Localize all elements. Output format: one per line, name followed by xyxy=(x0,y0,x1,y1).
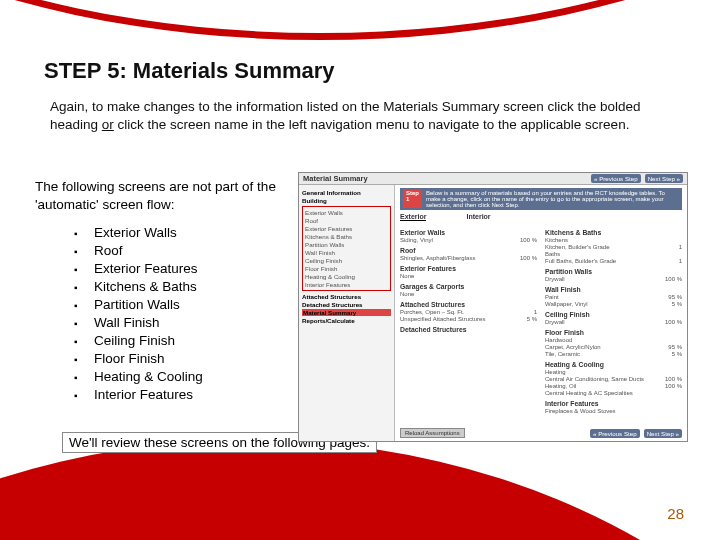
footer-bar: Reload Assumptions « Previous Step Next … xyxy=(400,428,682,438)
row-label: Central Air Conditioning, Same Ducts xyxy=(545,376,644,382)
row-label: None xyxy=(400,273,414,279)
intro-b: click the screen name in the left naviga… xyxy=(114,117,630,132)
screen-list: Exterior Walls Roof Exterior Features Ki… xyxy=(74,222,203,405)
sec-hc[interactable]: Heating & Cooling xyxy=(545,361,682,368)
row-label: Porches, Open – Sq. Ft. xyxy=(400,309,464,315)
prev-step-button[interactable]: « Previous Step xyxy=(591,174,641,183)
prev-step-button-bottom[interactable]: « Previous Step xyxy=(590,429,640,438)
row-label: Drywall xyxy=(545,319,565,325)
row-val: 95 % xyxy=(668,344,682,350)
sidebar-item[interactable]: Exterior Walls xyxy=(305,209,388,216)
row-val: 100 % xyxy=(665,376,682,382)
intro-paragraph: Again, to make changes to the informatio… xyxy=(50,98,650,134)
list-item: Kitchens & Baths xyxy=(74,279,203,294)
row-val: 100 % xyxy=(665,319,682,325)
sec-ext-feat[interactable]: Exterior Features xyxy=(400,265,537,272)
sec-exterior-walls[interactable]: Exterior Walls xyxy=(400,229,537,236)
row-label: Drywall xyxy=(545,276,565,282)
sidebar-item[interactable]: Roof xyxy=(305,217,388,224)
row-val: 1 xyxy=(534,309,537,315)
list-item: Exterior Walls xyxy=(74,225,203,240)
sidebar-item[interactable]: Exterior Features xyxy=(305,225,388,232)
sec-if[interactable]: Interior Features xyxy=(545,400,682,407)
row-label: Fireplaces & Wood Stoves xyxy=(545,408,616,414)
sidebar-item[interactable]: Kitchens & Baths xyxy=(305,233,388,240)
row-val: 5 % xyxy=(527,316,537,322)
row-label: None xyxy=(400,291,414,297)
row-label: Siding, Vinyl xyxy=(400,237,433,243)
sidebar-item[interactable]: Heating & Cooling xyxy=(305,273,388,280)
main-panel: Step 1 Below is a summary of materials b… xyxy=(395,185,687,441)
row-val: 5 % xyxy=(672,351,682,357)
sidebar-item[interactable]: Partition Walls xyxy=(305,241,388,248)
sidebar-general-info[interactable]: General Information xyxy=(302,189,391,196)
tabs: Exterior Interior xyxy=(400,213,682,221)
row-label: Shingles, Asphalt/Fiberglass xyxy=(400,255,475,261)
step-bar: Step 1 Below is a summary of materials b… xyxy=(400,188,682,210)
sidebar-material-summary[interactable]: Material Summary xyxy=(302,309,391,316)
list-item: Partition Walls xyxy=(74,297,203,312)
sec-attached[interactable]: Attached Structures xyxy=(400,301,537,308)
step-text: Below is a summary of materials based on… xyxy=(426,190,679,208)
app-title: Material Summary xyxy=(303,174,368,183)
sidebar-attached[interactable]: Attached Structures xyxy=(302,293,391,300)
sidebar-item[interactable]: Interior Features xyxy=(305,281,388,288)
sec-ff[interactable]: Floor Finish xyxy=(545,329,682,336)
row-label: Hardwood xyxy=(545,337,572,343)
row-val: 100 % xyxy=(665,383,682,389)
step-badge: Step 1 xyxy=(403,190,422,208)
step-heading: STEP 5: Materials Summary xyxy=(44,58,335,84)
sec-pw[interactable]: Partition Walls xyxy=(545,268,682,275)
sidebar-item[interactable]: Floor Finish xyxy=(305,265,388,272)
list-item: Roof xyxy=(74,243,203,258)
sidebar-reports[interactable]: Reports/Calculate xyxy=(302,317,391,324)
list-item: Exterior Features xyxy=(74,261,203,276)
row-label: Full Baths, Builder's Grade xyxy=(545,258,616,264)
row-label: Tile, Ceramic xyxy=(545,351,580,357)
next-step-button-bottom[interactable]: Next Step » xyxy=(644,429,682,438)
row-label: Baths xyxy=(545,251,560,257)
col-left: Exterior Walls Siding, Vinyl100 % Roof S… xyxy=(400,225,537,414)
sec-garages[interactable]: Garages & Carports xyxy=(400,283,537,290)
sidebar-detached[interactable]: Detached Structures xyxy=(302,301,391,308)
reload-assumptions-button[interactable]: Reload Assumptions xyxy=(400,428,465,438)
col-right: Kitchens & Baths Kitchens Kitchen, Build… xyxy=(545,225,682,414)
row-val: 5 % xyxy=(672,301,682,307)
row-label: Heating, Oil xyxy=(545,383,576,389)
sidebar: General Information Building Exterior Wa… xyxy=(299,185,395,441)
app-titlebar: Material Summary « Previous Step Next St… xyxy=(299,173,687,185)
row-label: Kitchens xyxy=(545,237,568,243)
decorative-top-arc xyxy=(0,0,720,40)
tab-interior[interactable]: Interior xyxy=(466,213,490,221)
row-val: 1 xyxy=(679,258,682,264)
row-label: Wallpaper, Vinyl xyxy=(545,301,588,307)
row-label: Kitchen, Builder's Grade xyxy=(545,244,610,250)
list-item: Wall Finish xyxy=(74,315,203,330)
sidebar-highlight-box: Exterior Walls Roof Exterior Features Ki… xyxy=(302,206,391,291)
sec-roof[interactable]: Roof xyxy=(400,247,537,254)
tab-exterior[interactable]: Exterior xyxy=(400,213,426,221)
list-item: Heating & Cooling xyxy=(74,369,203,384)
row-label: Central Heating & AC Specialties xyxy=(545,390,633,396)
intro-or: or xyxy=(102,117,114,132)
list-item: Floor Finish xyxy=(74,351,203,366)
sidebar-building[interactable]: Building xyxy=(302,197,391,204)
sec-cf[interactable]: Ceiling Finish xyxy=(545,311,682,318)
page-number: 28 xyxy=(667,505,684,522)
next-step-button[interactable]: Next Step » xyxy=(645,174,683,183)
row-label: Paint xyxy=(545,294,559,300)
row-label: Unspecified Attached Structures xyxy=(400,316,485,322)
nav-buttons: « Previous Step Next Step » xyxy=(589,174,683,183)
sec-wf[interactable]: Wall Finish xyxy=(545,286,682,293)
row-val: 100 % xyxy=(665,276,682,282)
sec-detached[interactable]: Detached Structures xyxy=(400,326,537,333)
sec-kb[interactable]: Kitchens & Baths xyxy=(545,229,682,236)
row-label: Heating xyxy=(545,369,566,375)
app-screenshot: Material Summary « Previous Step Next St… xyxy=(298,172,688,442)
list-item: Ceiling Finish xyxy=(74,333,203,348)
decorative-bottom-curve xyxy=(0,440,720,540)
list-item: Interior Features xyxy=(74,387,203,402)
sidebar-item[interactable]: Ceiling Finish xyxy=(305,257,388,264)
sidebar-item[interactable]: Wall Finish xyxy=(305,249,388,256)
lead-text: The following screens are not part of th… xyxy=(35,178,285,214)
